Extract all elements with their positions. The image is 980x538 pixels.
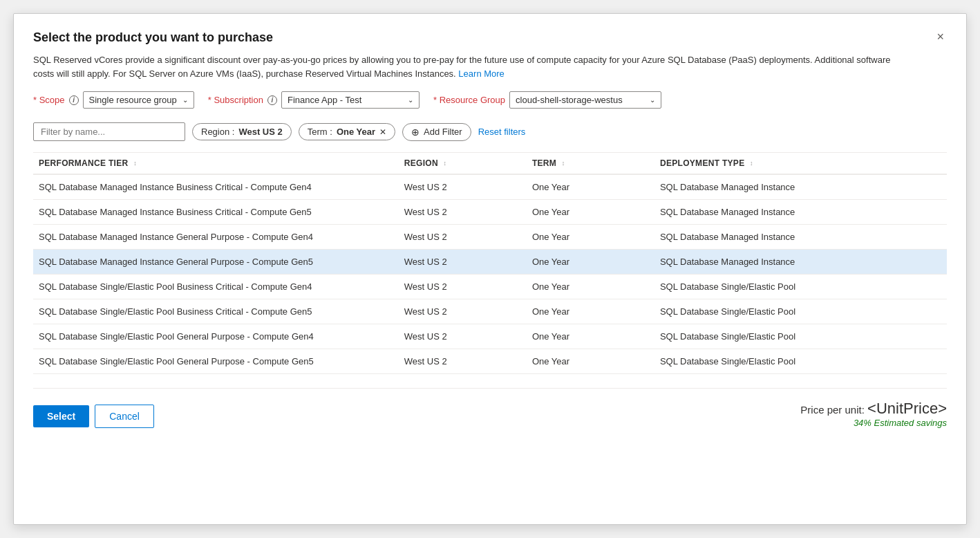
cell-region-4: West US 2 [399,275,527,299]
savings-text: 34% Estimated savings [854,418,947,428]
scope-row: * Scope i Single resource group ⌄ * Subs… [33,91,947,109]
subscription-label: * Subscription [208,95,263,105]
cell-deployment-3: SQL Database Managed Instance [654,250,947,275]
table-header: PERFORMANCE TIER ↕ REGION ↕ TERM ↕ DEPLO… [33,153,947,174]
price-section: Price per unit: <UnitPrice> 34% Estimate… [800,400,947,428]
sort-icon-deployment: ↕ [750,160,753,167]
table-row[interactable]: SQL Database Managed Instance General Pu… [33,250,947,275]
cell-deployment-7: SQL Database Single/Elastic Pool [654,349,947,374]
cell-term-7: One Year [527,349,654,374]
select-button[interactable]: Select [33,405,89,427]
cell-term-6: One Year [527,324,654,349]
cell-deployment-0: SQL Database Managed Instance [654,174,947,200]
scope-dropdown[interactable]: Single resource group ⌄ [83,91,194,109]
scope-chevron-icon: ⌄ [182,96,188,104]
dialog-footer: Select Cancel Price per unit: <UnitPrice… [33,388,947,428]
product-table-container: PERFORMANCE TIER ↕ REGION ↕ TERM ↕ DEPLO… [33,152,947,374]
product-table: PERFORMANCE TIER ↕ REGION ↕ TERM ↕ DEPLO… [33,153,947,374]
resource-group-dropdown[interactable]: cloud-shell-storage-westus ⌄ [509,91,661,109]
cell-deployment-2: SQL Database Managed Instance [654,225,947,250]
region-filter-value: West US 2 [238,127,282,137]
filter-row: Region : West US 2 Term : One Year ✕ ⊕ A… [33,122,947,141]
price-value: <UnitPrice> [867,400,947,417]
table-row[interactable]: SQL Database Managed Instance General Pu… [33,225,947,250]
sort-icon-region: ↕ [444,160,447,167]
table-row[interactable]: SQL Database Managed Instance Business C… [33,174,947,200]
subscription-chevron-icon: ⌄ [408,96,413,104]
cell-region-2: West US 2 [399,225,527,250]
cell-region-3: West US 2 [399,250,527,275]
table-row[interactable]: SQL Database Single/Elastic Pool General… [33,349,947,374]
filter-name-input[interactable] [33,122,185,141]
subscription-info-icon[interactable]: i [267,95,277,105]
footer-buttons: Select Cancel [33,405,154,428]
sort-icon-term: ↕ [562,160,565,167]
dialog-title: Select the product you want to purchase [33,30,273,45]
table-body: SQL Database Managed Instance Business C… [33,174,947,374]
cell-deployment-5: SQL Database Single/Elastic Pool [654,299,947,324]
cell-term-3: One Year [527,250,654,275]
sort-icon-performance: ↕ [133,160,137,167]
cell-term-1: One Year [527,200,654,225]
table-row[interactable]: SQL Database Single/Elastic Pool Busines… [33,299,947,324]
cell-performance-7: SQL Database Single/Elastic Pool General… [33,349,399,374]
term-filter-close-icon[interactable]: ✕ [379,127,386,137]
col-header-term[interactable]: TERM ↕ [527,153,654,174]
cell-term-5: One Year [527,299,654,324]
cell-performance-4: SQL Database Single/Elastic Pool Busines… [33,275,399,299]
cell-performance-0: SQL Database Managed Instance Business C… [33,174,399,200]
cell-term-0: One Year [527,174,654,200]
cell-performance-6: SQL Database Single/Elastic Pool General… [33,324,399,349]
learn-more-link[interactable]: Learn More [458,68,504,79]
region-filter-label: Region : [201,127,234,137]
cell-term-2: One Year [527,225,654,250]
purchase-dialog: Select the product you want to purchase … [13,13,967,525]
cancel-button[interactable]: Cancel [95,405,154,428]
col-header-deployment[interactable]: DEPLOYMENT TYPE ↕ [654,153,947,174]
cell-performance-2: SQL Database Managed Instance General Pu… [33,225,399,250]
resource-group-label: * Resource Group [433,95,505,105]
add-filter-icon: ⊕ [411,127,420,138]
rg-chevron-icon: ⌄ [650,96,655,104]
term-filter-label: Term : [308,127,332,137]
term-filter-value: One Year [337,127,375,137]
cell-region-1: West US 2 [399,200,527,225]
cell-performance-5: SQL Database Single/Elastic Pool Busines… [33,299,399,324]
table-row[interactable]: SQL Database Single/Elastic Pool General… [33,324,947,349]
table-row[interactable]: SQL Database Managed Instance Business C… [33,200,947,225]
table-row[interactable]: SQL Database Single/Elastic Pool Busines… [33,275,947,299]
term-filter-chip[interactable]: Term : One Year ✕ [299,123,395,140]
cell-region-5: West US 2 [399,299,527,324]
cell-region-7: West US 2 [399,349,527,374]
scope-label: * Scope [33,95,65,105]
col-header-performance[interactable]: PERFORMANCE TIER ↕ [33,153,399,174]
col-header-region[interactable]: REGION ↕ [399,153,527,174]
price-per-unit-label: Price per unit: <UnitPrice> [800,404,947,416]
cell-deployment-1: SQL Database Managed Instance [654,200,947,225]
close-button[interactable]: × [934,30,947,43]
dialog-header: Select the product you want to purchase … [33,30,947,45]
cell-deployment-6: SQL Database Single/Elastic Pool [654,324,947,349]
reset-filters-link[interactable]: Reset filters [478,127,526,137]
cell-performance-1: SQL Database Managed Instance Business C… [33,200,399,225]
scope-group: * Scope i Single resource group ⌄ [33,91,194,109]
subscription-dropdown[interactable]: Finance App - Test ⌄ [281,91,420,109]
subscription-group: * Subscription i Finance App - Test ⌄ [208,91,420,109]
cell-region-0: West US 2 [399,174,527,200]
add-filter-button[interactable]: ⊕ Add Filter [402,123,471,141]
cell-performance-3: SQL Database Managed Instance General Pu… [33,250,399,275]
cell-region-6: West US 2 [399,324,527,349]
cell-term-4: One Year [527,275,654,299]
resource-group-group: * Resource Group cloud-shell-storage-wes… [433,91,661,109]
scope-info-icon[interactable]: i [69,95,79,105]
dialog-description: SQL Reserved vCores provide a significan… [33,53,901,80]
cell-deployment-4: SQL Database Single/Elastic Pool [654,275,947,299]
region-filter-chip[interactable]: Region : West US 2 [192,123,292,140]
